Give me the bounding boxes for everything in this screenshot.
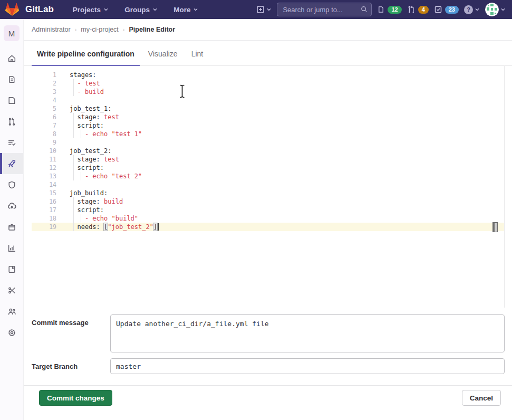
code-line[interactable]: 1stages: xyxy=(32,71,504,79)
code-line[interactable]: 11 stage: test xyxy=(32,155,504,164)
sidebar-item-security[interactable] xyxy=(0,174,23,195)
breadcrumb-separator: › xyxy=(123,26,125,33)
form-footer: Commit changes Cancel xyxy=(24,385,512,406)
gear-icon xyxy=(7,328,16,337)
target-branch-input[interactable] xyxy=(110,358,505,374)
search-input[interactable] xyxy=(277,3,372,16)
line-number: 18 xyxy=(32,214,56,223)
code-line[interactable]: 5job_test_1: xyxy=(32,104,504,113)
line-number: 14 xyxy=(32,180,56,189)
code-line[interactable]: 10job_test_2: xyxy=(32,147,504,155)
code-line[interactable]: 18 - echo "build" xyxy=(32,214,504,223)
main-content: Administrator › my-ci-project › Pipeline… xyxy=(24,19,512,420)
bar-chart-icon xyxy=(7,244,16,253)
list-check-icon xyxy=(7,138,16,147)
line-number: 19 xyxy=(32,223,56,231)
code-line[interactable]: 3 - build xyxy=(32,88,504,96)
cancel-button[interactable]: Cancel xyxy=(462,390,501,406)
line-number: 10 xyxy=(32,147,56,155)
user-menu-button[interactable] xyxy=(485,3,506,16)
sidebar-item-analytics[interactable] xyxy=(0,237,23,259)
line-number: 1 xyxy=(32,71,56,79)
chevron-down-icon xyxy=(193,7,198,12)
code-line[interactable]: 2 - test xyxy=(32,79,504,88)
code-line[interactable]: 17 script: xyxy=(32,206,504,214)
sidebar-item-wiki[interactable] xyxy=(0,259,23,280)
menu-more[interactable]: More xyxy=(167,0,205,19)
breadcrumb-project[interactable]: my-ci-project xyxy=(81,26,119,33)
sidebar-item-project-overview[interactable] xyxy=(0,47,23,69)
new-menu-button[interactable] xyxy=(256,5,272,14)
project-sidebar: M xyxy=(0,19,24,420)
code-line[interactable]: 4 xyxy=(32,96,504,104)
sidebar-item-requirements[interactable] xyxy=(0,132,23,153)
code-line[interactable]: 6 stage: test xyxy=(32,113,504,121)
sidebar-item-operations[interactable] xyxy=(0,195,23,216)
code-line[interactable]: 9 xyxy=(32,138,504,147)
code-line[interactable]: 7 script: xyxy=(32,121,504,130)
line-number: 2 xyxy=(32,79,56,88)
code-line[interactable]: 15job_build: xyxy=(32,189,504,197)
home-icon xyxy=(7,54,16,63)
code-line[interactable]: 13 - echo "test 2" xyxy=(32,172,504,180)
pipeline-editor[interactable]: 1stages:2 - test3 - build45job_test_1:6 … xyxy=(32,66,505,308)
line-number: 4 xyxy=(32,96,56,104)
menu-groups[interactable]: Groups xyxy=(118,0,164,19)
sidebar-item-settings[interactable] xyxy=(0,322,23,343)
commit-message-input[interactable]: Update another_ci_dir/a_file.yml file xyxy=(110,314,505,352)
sidebar-item-merge-requests[interactable] xyxy=(0,111,23,132)
code-line[interactable]: 16 stage: build xyxy=(32,197,504,206)
line-number: 11 xyxy=(32,155,56,164)
gitlab-logo-icon[interactable] xyxy=(5,3,19,16)
chevron-down-icon xyxy=(475,7,480,12)
breadcrumb-administrator[interactable]: Administrator xyxy=(32,26,71,33)
tab-write-pipeline-configuration[interactable]: Write pipeline configuration xyxy=(32,50,140,66)
merge-requests-count-button[interactable]: 4 xyxy=(407,5,429,14)
help-menu-button[interactable]: ? xyxy=(464,5,480,14)
todos-count-badge: 23 xyxy=(445,6,459,14)
code-line[interactable]: 8 - echo "test 1" xyxy=(32,130,504,138)
chevron-down-icon xyxy=(266,7,272,12)
line-number: 7 xyxy=(32,121,56,130)
commit-form: Commit message Update another_ci_dir/a_f… xyxy=(32,314,505,374)
sidebar-item-packages[interactable] xyxy=(0,216,23,237)
commit-changes-button[interactable]: Commit changes xyxy=(39,390,112,406)
line-number: 3 xyxy=(32,88,56,96)
rocket-icon xyxy=(7,159,16,168)
members-icon xyxy=(7,307,16,316)
line-number: 5 xyxy=(32,104,56,113)
issues-icon xyxy=(377,5,385,14)
sidebar-item-ci-cd[interactable] xyxy=(0,153,23,174)
editor-lines: 1stages:2 - test3 - build45job_test_1:6 … xyxy=(32,71,504,231)
code-line[interactable]: 14 xyxy=(32,180,504,189)
project-avatar[interactable]: M xyxy=(4,25,20,41)
tab-visualize[interactable]: Visualize xyxy=(143,50,183,66)
breadcrumb: Administrator › my-ci-project › Pipeline… xyxy=(24,19,512,41)
line-number: 17 xyxy=(32,206,56,214)
sidebar-item-issues[interactable] xyxy=(0,90,23,111)
menu-projects[interactable]: Projects xyxy=(66,0,115,19)
global-search xyxy=(277,3,372,16)
pipeline-editor-tabs: Write pipeline configuration Visualize L… xyxy=(24,41,512,66)
chevron-down-icon xyxy=(500,7,506,12)
search-icon xyxy=(360,5,368,13)
line-number: 12 xyxy=(32,164,56,172)
issues-count-button[interactable]: 12 xyxy=(377,5,401,14)
line-number: 13 xyxy=(32,172,56,180)
todo-check-icon xyxy=(434,5,442,14)
top-navbar: GitLab Projects Groups More 12 4 xyxy=(0,0,512,19)
code-line[interactable]: 12 script: xyxy=(32,164,504,172)
code-line[interactable]: 19 needs: ["job_test_2"] xyxy=(32,223,504,231)
scissors-icon xyxy=(7,286,16,295)
brand-wordmark[interactable]: GitLab xyxy=(25,4,54,15)
merge-requests-count-badge: 4 xyxy=(418,6,429,14)
plus-square-icon xyxy=(256,5,265,14)
line-number: 6 xyxy=(32,113,56,121)
sidebar-item-repository[interactable] xyxy=(0,69,23,90)
sidebar-item-members[interactable] xyxy=(0,301,23,322)
sidebar-item-snippets[interactable] xyxy=(0,280,23,301)
package-icon xyxy=(7,223,16,232)
todos-count-button[interactable]: 23 xyxy=(434,5,459,14)
chevron-down-icon xyxy=(103,7,109,12)
tab-lint[interactable]: Lint xyxy=(186,50,209,66)
